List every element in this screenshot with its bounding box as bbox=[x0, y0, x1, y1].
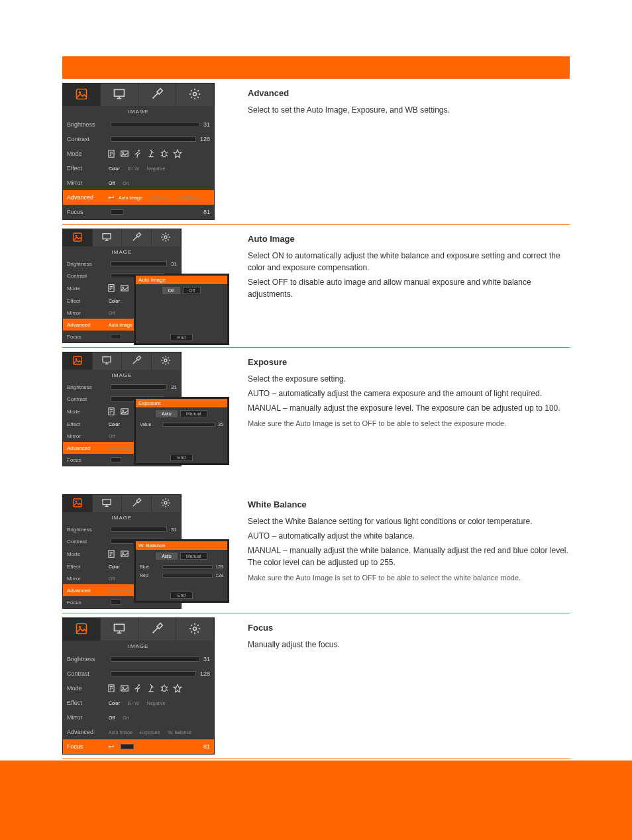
exposure-value-label: Value bbox=[140, 422, 160, 427]
adv-wbalance: W. Balance bbox=[176, 195, 203, 201]
exposure-value: 35 bbox=[218, 422, 223, 427]
mirror-label: Mirror bbox=[67, 180, 107, 186]
tab-image-icon bbox=[63, 83, 101, 106]
desc-focus-p1: Manually adjust the focus. bbox=[248, 639, 570, 651]
tab-setting-icon bbox=[138, 618, 176, 641]
contrast-label: Contrast bbox=[67, 136, 107, 142]
wb-manual: Manual bbox=[180, 552, 207, 560]
wb-red-value: 128 bbox=[215, 573, 223, 578]
mode-text-icon bbox=[107, 149, 116, 158]
mirror-on: On bbox=[121, 180, 131, 186]
focus-slider bbox=[121, 744, 134, 749]
wb-red-slider bbox=[162, 574, 213, 578]
exposure-popup: Exposure AutoManual Value35 End bbox=[135, 398, 228, 464]
desc-exposure-p2: AUTO – automatically adjust the camera e… bbox=[248, 388, 570, 399]
exposure-value-slider bbox=[162, 423, 215, 427]
osd-image-menu-focus: IMAGE Brightness31 Contrast128 Mode Effe… bbox=[62, 617, 215, 755]
mirror-off: Off bbox=[107, 180, 117, 186]
desc-wb-p1: Select the White Balance setting for var… bbox=[248, 515, 570, 527]
tab-image-icon bbox=[63, 618, 101, 641]
effect-negative: Negative bbox=[145, 166, 168, 172]
wb-end-btn: End bbox=[170, 592, 193, 599]
osd-title: IMAGE bbox=[63, 106, 214, 117]
tab-presentation-icon bbox=[101, 83, 138, 106]
focus-label: Focus bbox=[67, 743, 107, 750]
desc-exposure-note: Make sure the Auto Image is set to OFF t… bbox=[248, 418, 570, 429]
focus-value: 81 bbox=[203, 209, 210, 215]
wb-red-label: Red bbox=[140, 573, 160, 578]
exposure-manual: Manual bbox=[180, 410, 207, 417]
tab-presentation-icon bbox=[93, 229, 123, 246]
wb-popup: W. Balance AutoManual Blue128 Red128 End bbox=[135, 541, 228, 602]
desc-advanced-h: Advanced bbox=[248, 87, 570, 100]
mode-microscope-icon bbox=[146, 149, 156, 158]
desc-focus-h: Focus bbox=[248, 621, 570, 635]
auto-image-on: On bbox=[162, 287, 180, 294]
enter-icon bbox=[107, 743, 115, 750]
wb-title: W. Balance bbox=[136, 541, 227, 550]
desc-wb-note: Make sure the Auto Image is set to OFF t… bbox=[248, 572, 570, 584]
focus-value: 81 bbox=[203, 743, 210, 750]
exposure-end-btn: End bbox=[170, 454, 193, 461]
exposure-title: Exposure bbox=[136, 399, 227, 407]
auto-image-title: Auto Image bbox=[136, 276, 227, 284]
desc-wb-p3: MANUAL – manually adjust the white balan… bbox=[248, 545, 570, 568]
tab-setting-icon bbox=[138, 83, 176, 106]
section-banner bbox=[62, 56, 570, 79]
brightness-value: 31 bbox=[203, 121, 210, 128]
adv-autoimage: Auto Image bbox=[117, 195, 144, 201]
mode-infinite-icon bbox=[173, 684, 182, 693]
contrast-value: 128 bbox=[200, 136, 210, 142]
contrast-slider bbox=[111, 136, 196, 142]
mode-motion-icon bbox=[133, 684, 142, 693]
mode-macro-icon bbox=[160, 684, 169, 693]
enter-icon bbox=[107, 194, 115, 201]
effect-label: Effect bbox=[67, 165, 107, 172]
mode-motion-icon bbox=[133, 149, 142, 158]
wb-blue-slider bbox=[162, 565, 213, 569]
mode-text-icon bbox=[107, 684, 116, 693]
mode-photo-icon bbox=[120, 149, 129, 158]
effect-color: Color bbox=[107, 166, 122, 172]
auto-image-end-btn: End bbox=[170, 334, 193, 341]
tab-system-icon bbox=[176, 618, 214, 641]
brightness-label: Brightness bbox=[67, 121, 107, 128]
tab-image-icon bbox=[63, 229, 93, 246]
mode-label: Mode bbox=[67, 150, 107, 157]
osd-title: IMAGE bbox=[63, 641, 214, 652]
mode-microscope-icon bbox=[146, 684, 156, 693]
brightness-slider bbox=[111, 122, 199, 127]
tab-presentation-icon bbox=[101, 618, 138, 641]
auto-image-popup: Auto Image OnOff End bbox=[135, 275, 228, 344]
mode-macro-icon bbox=[160, 149, 169, 158]
wb-auto: Auto bbox=[156, 552, 177, 560]
desc-exposure-p1: Select the exposure setting. bbox=[248, 373, 570, 385]
exposure-auto: Auto bbox=[156, 410, 177, 417]
tab-setting-icon bbox=[122, 229, 152, 246]
desc-exposure-h: Exposure bbox=[248, 356, 570, 369]
desc-wb-h: White Balance bbox=[248, 498, 570, 511]
desc-wb-p2: AUTO – automatically adjust the white ba… bbox=[248, 530, 570, 542]
tab-system-icon bbox=[176, 83, 214, 106]
auto-image-off: Off bbox=[183, 287, 201, 294]
tab-system-icon bbox=[152, 229, 182, 246]
mode-infinite-icon bbox=[173, 149, 182, 158]
effect-bw: B / W bbox=[126, 166, 141, 172]
page-footer bbox=[0, 761, 632, 840]
wb-blue-value: 128 bbox=[215, 564, 223, 569]
desc-exposure-p3: MANUAL – manually adjust the exposure le… bbox=[248, 402, 570, 414]
wb-blue-label: Blue bbox=[140, 564, 160, 569]
mode-photo-icon bbox=[120, 684, 129, 693]
desc-autoimage-p2: Select OFF to disable auto image and all… bbox=[248, 276, 570, 300]
osd-image-menu-advanced: IMAGE Brightness31 Contrast128 Mode Effe… bbox=[62, 83, 215, 220]
desc-autoimage-p1: Select ON to automatically adjust the wh… bbox=[248, 250, 570, 274]
adv-exposure: Exposure bbox=[148, 195, 172, 201]
desc-autoimage-h: Auto Image bbox=[248, 233, 570, 246]
advanced-label: Advanced bbox=[67, 194, 107, 201]
osd-title: IMAGE bbox=[63, 246, 181, 258]
focus-label: Focus bbox=[67, 209, 107, 215]
desc-advanced-p1: Select to set the Auto Image, Exposure, … bbox=[248, 104, 570, 116]
focus-slider bbox=[111, 209, 124, 215]
